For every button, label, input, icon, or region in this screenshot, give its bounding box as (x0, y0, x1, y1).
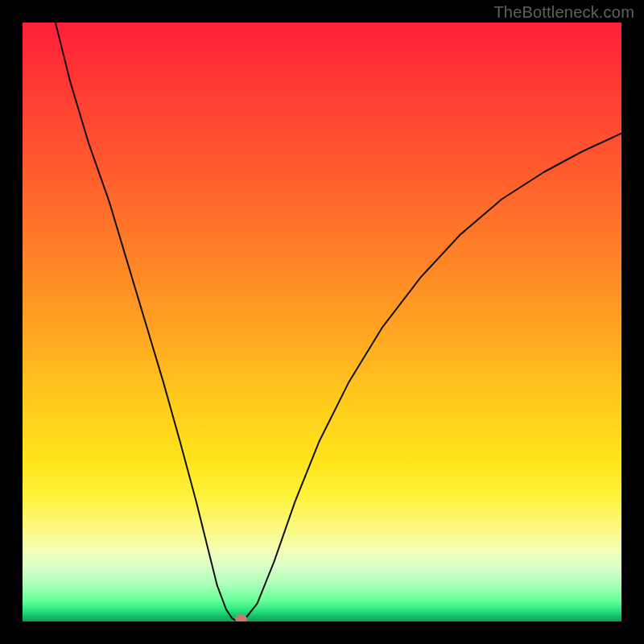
bottleneck-curve (56, 23, 621, 621)
minimum-marker (236, 615, 247, 621)
watermark-text: TheBottleneck.com (493, 3, 634, 22)
curve-layer (23, 23, 621, 621)
plot-area (23, 23, 621, 621)
chart-frame: TheBottleneck.com (0, 0, 644, 644)
